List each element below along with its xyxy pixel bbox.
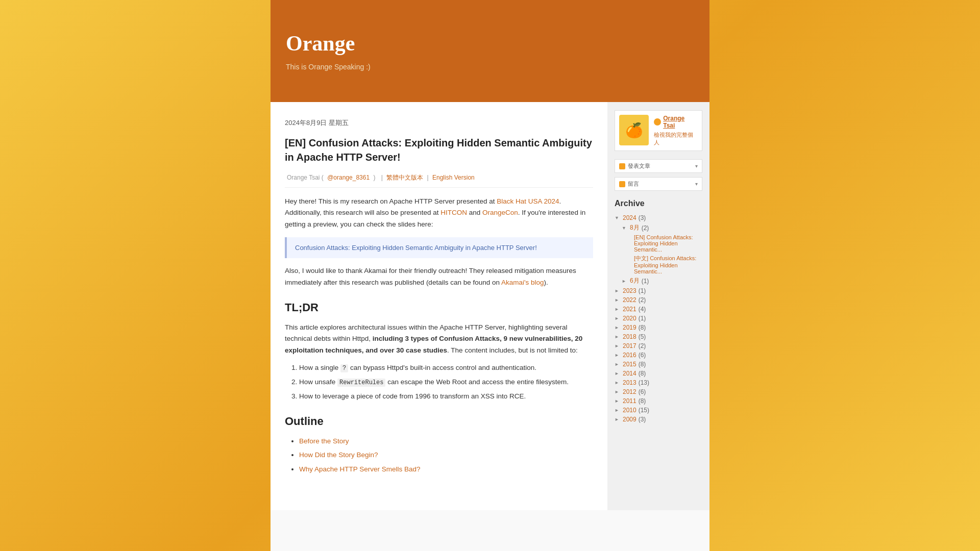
feed-row-comments[interactable]: 留言 ▾ [615,177,702,191]
feed-icon-posts [619,163,625,169]
archive-arrow-2012: ► [615,389,621,394]
author-name: Orange Tsai ( [287,174,324,181]
archive-item-2013[interactable]: ► 2013 (13) [615,378,702,387]
archive-count-2015: (8) [639,361,646,368]
post-title: [EN] Confusion Attacks: Exploiting Hidde… [285,136,593,164]
traditional-chinese-link[interactable]: 繁體中文版本 [386,174,423,181]
archive-item-2020[interactable]: ► 2020 (1) [615,314,702,323]
author-info: Orange Tsai 檢視我的完整個人 [654,115,698,146]
archive-arrow-2020: ► [615,316,621,321]
blog-subtitle: This is Orange Speaking :) [286,63,694,71]
author-avatar: 🍊 [619,115,649,145]
archive-arrow-6: ► [622,279,628,284]
list-item-3: How to leverage a piece of code from 199… [299,391,593,402]
feed-posts-text: 發表文章 [628,162,650,170]
author-handle-link[interactable]: @orange_8361 [327,174,370,181]
archive-year-2014[interactable]: 2014 [623,370,636,377]
archive-post-cn: [中文] Confusion Attacks: Exploiting Hidde… [634,254,702,276]
feed-label-comments: 留言 [619,180,639,188]
archive-arrow-2022: ► [615,297,621,303]
tldr-list: How a single ? can bypass Httpd's built-… [285,362,593,402]
black-hat-link[interactable]: Black Hat USA 2024 [497,197,559,205]
author-profile-link[interactable]: 檢視我的完整個人 [654,131,698,146]
archive-post-en-link[interactable]: [EN] Confusion Attacks: Exploiting Hidde… [634,234,693,253]
archive-month-6[interactable]: 6月 [630,277,640,285]
archive-post-cn-link[interactable]: [中文] Confusion Attacks: Exploiting Hidde… [634,255,696,274]
archive-count-2017: (2) [639,342,646,349]
archive-year-2016[interactable]: 2016 [623,352,636,359]
outline-item-1: Before the Story [299,436,593,447]
sidebar: 🍊 Orange Tsai 檢視我的完整個人 發表文章 [607,102,709,510]
archive-year-2015[interactable]: 2015 [623,361,636,368]
highlight-link[interactable]: Confusion Attacks: Exploiting Hidden Sem… [295,244,537,252]
archive-item-2009[interactable]: ► 2009 (3) [615,415,702,424]
archive-arrow-2024: ▼ [615,215,621,220]
feed-icon-comments [619,181,625,187]
archive-year-2022[interactable]: 2022 [623,296,636,304]
archive-item-8[interactable]: ▼ 8月 (2) [622,222,702,233]
archive-item-2023[interactable]: ► 2023 (1) [615,286,702,295]
archive-post-en: [EN] Confusion Attacks: Exploiting Hidde… [634,233,702,254]
archive-arrow-2017: ► [615,343,621,348]
archive-item-2017[interactable]: ► 2017 (2) [615,341,702,350]
blog-header: Orange This is Orange Speaking :) [271,0,709,102]
feed-row-posts[interactable]: 發表文章 ▾ [615,159,702,173]
archive-arrow-8: ▼ [622,226,628,231]
archive-item-2024[interactable]: ▼ 2024 (3) [615,213,702,222]
archive-item-2021[interactable]: ► 2021 (4) [615,305,702,314]
meta-pipe-1: | [381,174,384,181]
archive-year-2023[interactable]: 2023 [623,287,636,294]
archive-year-2019[interactable]: 2019 [623,324,636,331]
archive-year-2011[interactable]: 2011 [623,397,636,405]
archive-item-2015[interactable]: ► 2015 (8) [615,360,702,369]
main-post: 2024年8月9日 星期五 [EN] Confusion Attacks: Ex… [271,102,607,510]
hitcon-link[interactable]: HITCON [440,209,467,216]
archive-year-2024[interactable]: 2024 [623,214,636,221]
archive-item-2022[interactable]: ► 2022 (2) [615,295,702,305]
archive-item-2010[interactable]: ► 2010 (15) [615,406,702,415]
author-name-link[interactable]: Orange Tsai [663,115,698,129]
archive-arrow-2014: ► [615,371,621,376]
archive-year-2013[interactable]: 2013 [623,379,636,386]
archive-arrow-2021: ► [615,307,621,312]
archive-year-2017[interactable]: 2017 [623,342,636,349]
archive-year-2020[interactable]: 2020 [623,315,636,322]
orangecon-link[interactable]: OrangeCon [482,209,518,216]
archive-item-2011[interactable]: ► 2011 (8) [615,396,702,406]
archive-month-block-8: ▼ 8月 (2) [EN] Confusion Attacks: Exploit… [615,222,702,286]
blog-title: Orange [286,31,694,56]
archive-year-2012[interactable]: 2012 [623,388,636,395]
archive-item-2012[interactable]: ► 2012 (6) [615,387,702,396]
archive-item-2014[interactable]: ► 2014 (8) [615,369,702,378]
archive-item-2019[interactable]: ► 2019 (8) [615,323,702,332]
highlight-box: Confusion Attacks: Exploiting Hidden Sem… [285,237,593,258]
archive-count-2023: (1) [639,287,646,294]
blog-icon [654,118,661,126]
archive-arrow-2023: ► [615,288,621,293]
archive-count-2010: (15) [639,407,649,414]
akamai-link[interactable]: Akamai's blog [501,279,544,286]
archive-month-8[interactable]: 8月 [630,223,640,232]
archive-year-2010[interactable]: 2010 [623,407,636,414]
archive-count-2020: (1) [639,315,646,322]
archive-title: Archive [615,199,702,208]
archive-year-2009[interactable]: 2009 [623,416,636,423]
archive-item-2018[interactable]: ► 2018 (5) [615,332,702,341]
archive-item-2016[interactable]: ► 2016 (6) [615,350,702,360]
outline-link-1[interactable]: Before the Story [299,437,349,445]
outline-link-2[interactable]: How Did the Story Begin? [299,451,378,459]
archive-count-2024: (3) [639,214,646,221]
archive-count-2013: (13) [639,379,649,386]
archive-year-2018[interactable]: 2018 [623,333,636,340]
archive-year-2021[interactable]: 2021 [623,306,636,313]
archive-sub-8: [EN] Confusion Attacks: Exploiting Hidde… [622,233,702,276]
content-area: 2024年8月9日 星期五 [EN] Confusion Attacks: Ex… [271,102,709,510]
author-box: 🍊 Orange Tsai 檢視我的完整個人 [615,110,702,151]
english-version-link[interactable]: English Version [432,174,475,181]
tldr-title: TL;DR [285,298,593,317]
post-meta: Orange Tsai ( @orange_8361 ) | 繁體中文版本 | … [285,173,593,188]
archive-arrow-2019: ► [615,325,621,330]
archive-item-6[interactable]: ► 6月 (1) [622,276,702,286]
outline-link-3[interactable]: Why Apache HTTP Server Smells Bad? [299,465,421,473]
archive-arrow-2013: ► [615,380,621,385]
